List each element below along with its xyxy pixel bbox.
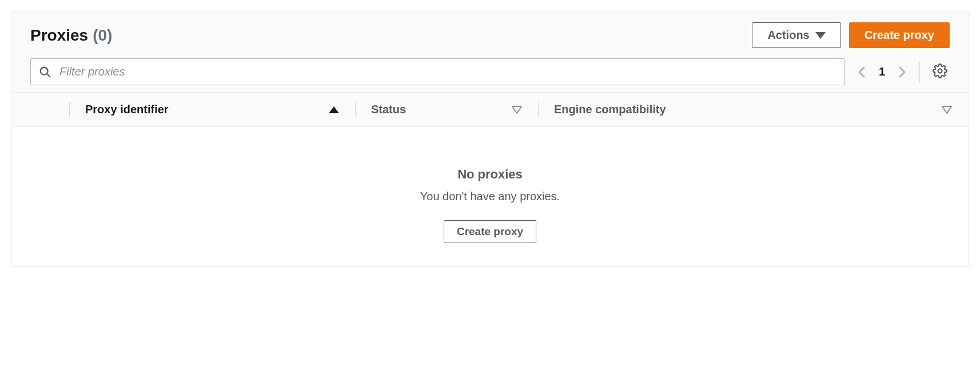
- empty-subtitle: You don't have any proxies.: [23, 190, 957, 203]
- page-title: Proxies: [30, 26, 88, 45]
- header-actions: Actions Create proxy: [752, 22, 950, 48]
- current-page: 1: [879, 65, 885, 78]
- filter-input[interactable]: [58, 65, 836, 79]
- pagination: 1: [855, 63, 909, 81]
- filter-input-wrap[interactable]: [30, 58, 844, 85]
- search-icon: [39, 66, 51, 78]
- actions-label: Actions: [767, 29, 809, 42]
- divider: [919, 62, 920, 82]
- settings-button[interactable]: [930, 61, 950, 82]
- svg-line-1: [47, 73, 50, 77]
- svg-marker-4: [942, 106, 951, 113]
- caret-down-icon: [815, 32, 826, 39]
- header-filter-row: 1: [30, 58, 950, 85]
- sort-none-icon: [512, 106, 522, 114]
- empty-create-proxy-button[interactable]: Create proxy: [444, 220, 536, 243]
- column-proxy-identifier[interactable]: Proxy identifier: [69, 93, 355, 126]
- create-proxy-label: Create proxy: [865, 29, 934, 42]
- svg-point-2: [938, 69, 942, 73]
- title-wrap: Proxies (0): [30, 26, 112, 45]
- column-label: Engine compatibility: [554, 103, 666, 116]
- empty-create-label: Create proxy: [457, 225, 523, 238]
- next-page-button[interactable]: [895, 63, 909, 81]
- create-proxy-button[interactable]: Create proxy: [849, 22, 950, 48]
- sort-none-icon: [942, 106, 952, 114]
- svg-marker-3: [512, 106, 521, 113]
- table-header-row: Proxy identifier Status Engine compatibi…: [12, 93, 968, 127]
- gear-icon: [933, 63, 947, 78]
- item-count: (0): [93, 26, 112, 45]
- chevron-left-icon: [857, 65, 866, 79]
- prev-page-button[interactable]: [855, 63, 869, 81]
- header-title-row: Proxies (0) Actions Create proxy: [30, 22, 950, 48]
- proxies-panel: Proxies (0) Actions Create proxy: [11, 11, 969, 267]
- actions-dropdown-button[interactable]: Actions: [752, 22, 840, 48]
- empty-state: No proxies You don't have any proxies. C…: [12, 127, 968, 266]
- column-status[interactable]: Status: [355, 93, 538, 126]
- column-label: Status: [371, 103, 406, 116]
- panel-header: Proxies (0) Actions Create proxy: [12, 12, 968, 93]
- empty-title: No proxies: [23, 167, 957, 182]
- column-select[interactable]: [12, 93, 69, 126]
- sort-ascending-icon: [329, 106, 339, 113]
- column-engine-compatibility[interactable]: Engine compatibility: [538, 93, 968, 126]
- column-label: Proxy identifier: [85, 103, 169, 116]
- chevron-right-icon: [898, 65, 907, 79]
